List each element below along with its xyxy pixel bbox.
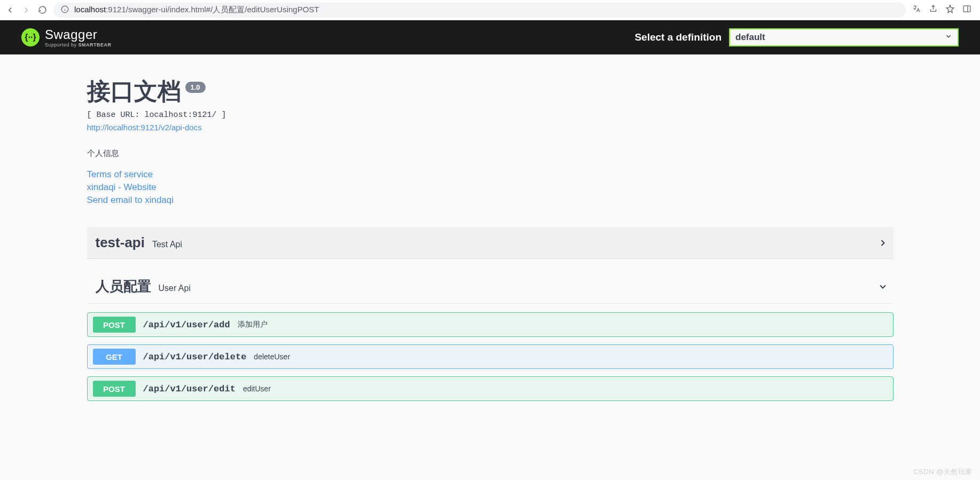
contact-website-link[interactable]: xindaqi - Website xyxy=(87,182,893,193)
translate-icon[interactable] xyxy=(912,4,921,16)
address-bar[interactable]: localhost:9121/swagger-ui/index.html#/人员… xyxy=(53,3,906,18)
http-method-badge: POST xyxy=(93,317,136,333)
share-icon[interactable] xyxy=(929,4,938,16)
contact-email-link[interactable]: Send email to xindaqi xyxy=(87,195,893,206)
chevron-down-icon xyxy=(945,32,952,43)
brand-name: Swagger xyxy=(45,27,112,42)
svg-rect-3 xyxy=(963,5,970,11)
bookmark-icon[interactable] xyxy=(945,4,955,16)
operation-delete-user[interactable]: GET /api/v1/user/delete deleteUser xyxy=(87,344,893,369)
definition-selector: Select a definition default xyxy=(634,28,959,46)
operation-summary: editUser xyxy=(243,384,271,393)
section-desc: User Api xyxy=(159,284,191,293)
api-version-badge: 1.0 xyxy=(185,82,206,93)
section-test-api[interactable]: test-api Test Api xyxy=(87,227,893,259)
api-description: 个人信息 xyxy=(87,148,893,159)
operation-path: /api/v1/user/delete xyxy=(143,352,247,362)
definition-value: default xyxy=(735,32,765,43)
browser-actions xyxy=(912,4,971,16)
terms-of-service-link[interactable]: Terms of service xyxy=(87,169,893,180)
site-info-icon[interactable] xyxy=(61,5,69,15)
api-docs-link[interactable]: http://localhost:9121/v2/api-docs xyxy=(87,123,202,132)
section-tag: test-api xyxy=(96,234,145,251)
operation-path: /api/v1/user/edit xyxy=(143,384,236,394)
forward-button[interactable] xyxy=(21,5,31,15)
http-method-badge: POST xyxy=(93,381,136,397)
definition-label: Select a definition xyxy=(634,32,722,43)
operation-add-user[interactable]: POST /api/v1/user/add 添加用户 xyxy=(87,312,893,337)
section-tag: 人员配置 xyxy=(96,277,151,296)
url-text: localhost:9121/swagger-ui/index.html#/人员… xyxy=(74,5,319,15)
swagger-topbar: {··} Swagger Supported by SMARTBEAR Sele… xyxy=(0,20,980,54)
side-panel-icon[interactable] xyxy=(962,4,971,16)
operation-edit-user[interactable]: POST /api/v1/user/edit editUser xyxy=(87,376,893,401)
reload-button[interactable] xyxy=(37,5,47,15)
api-title: 接口文档 xyxy=(87,76,181,107)
brand-sub: Supported by SMARTBEAR xyxy=(45,42,112,48)
chevron-down-icon xyxy=(877,281,888,292)
operation-summary: deleteUser xyxy=(254,352,290,361)
section-user-api[interactable]: 人员配置 User Api xyxy=(87,270,893,304)
browser-toolbar: localhost:9121/swagger-ui/index.html#/人员… xyxy=(0,0,980,20)
operation-path: /api/v1/user/add xyxy=(143,320,230,330)
back-button[interactable] xyxy=(5,5,15,15)
definition-dropdown[interactable]: default xyxy=(729,28,959,46)
swagger-logo-icon: {··} xyxy=(21,28,40,46)
base-url: [ Base URL: localhost:9121/ ] xyxy=(87,111,893,120)
chevron-right-icon xyxy=(877,238,888,248)
operation-summary: 添加用户 xyxy=(238,320,268,329)
section-desc: Test Api xyxy=(152,240,182,249)
http-method-badge: GET xyxy=(93,349,136,365)
swagger-logo[interactable]: {··} Swagger Supported by SMARTBEAR xyxy=(21,27,112,48)
